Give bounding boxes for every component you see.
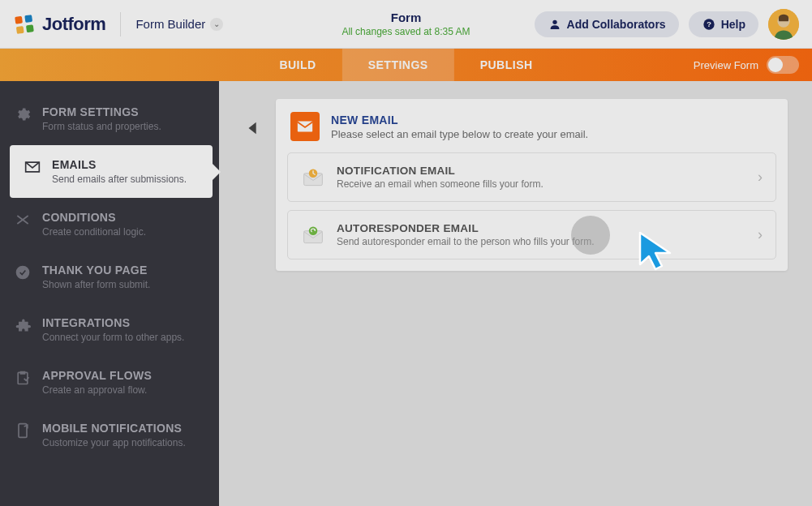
option-title: AUTORESPONDER EMAIL xyxy=(337,222,746,234)
option-desc: Receive an email when someone fills your… xyxy=(337,178,746,190)
sidebar-title: MOBILE NOTIFICATIONS xyxy=(42,422,186,435)
sidebar-item-conditions[interactable]: CONDITIONSCreate conditional logic. xyxy=(0,198,219,251)
svg-rect-2 xyxy=(16,25,24,33)
sidebar-title: FORM SETTINGS xyxy=(42,105,161,118)
form-builder-dropdown[interactable]: Form Builder ⌄ xyxy=(135,17,223,31)
tab-publish[interactable]: PUBLISH xyxy=(454,49,559,81)
option-title: NOTIFICATION EMAIL xyxy=(337,165,746,177)
svg-rect-0 xyxy=(15,15,23,24)
panel-title: NEW EMAIL xyxy=(331,114,588,126)
breadcrumb-label: Form Builder xyxy=(135,17,205,31)
back-button[interactable] xyxy=(243,115,263,141)
panel-desc: Please select an email type below to cre… xyxy=(331,128,588,140)
logo[interactable]: Jotform xyxy=(13,13,105,36)
collab-label: Add Collaborators xyxy=(567,18,666,31)
chevron-right-icon: › xyxy=(758,226,763,243)
avatar[interactable] xyxy=(768,9,799,40)
mail-icon xyxy=(290,112,320,141)
sidebar-title: INTEGRATIONS xyxy=(42,316,184,329)
sidebar-item-thank-you[interactable]: THANK YOU PAGEShown after form submit. xyxy=(0,251,219,303)
sidebar-desc: Send emails after submissions. xyxy=(52,174,187,185)
sidebar-item-integrations[interactable]: INTEGRATIONSConnect your form to other a… xyxy=(0,303,219,356)
svg-point-9 xyxy=(16,266,30,280)
chevron-down-icon: ⌄ xyxy=(210,18,223,31)
puzzle-icon xyxy=(15,317,31,333)
save-status: All changes saved at 8:35 AM xyxy=(342,26,470,37)
main-tabs: BUILD SETTINGS PUBLISH Preview Form xyxy=(0,49,812,81)
notification-icon xyxy=(301,165,325,190)
sidebar-title: THANK YOU PAGE xyxy=(42,264,150,277)
option-desc: Send autoresponder email to the person w… xyxy=(337,236,746,247)
new-email-panel: NEW EMAIL Please select an email type be… xyxy=(276,99,788,271)
sidebar-title: APPROVAL FLOWS xyxy=(42,369,152,382)
sidebar-item-form-settings[interactable]: FORM SETTINGSForm status and properties. xyxy=(0,92,219,145)
sidebar-desc: Create conditional logic. xyxy=(42,226,146,238)
chevron-right-icon: › xyxy=(758,169,763,186)
form-title-block: Form All changes saved at 8:35 AM xyxy=(342,11,470,37)
add-collaborators-button[interactable]: Add Collaborators xyxy=(535,11,679,37)
help-button[interactable]: ? Help xyxy=(689,11,758,37)
autoresponder-icon xyxy=(301,223,325,247)
tab-build[interactable]: BUILD xyxy=(253,49,342,81)
topbar: Jotform Form Builder ⌄ Form All changes … xyxy=(0,0,812,49)
svg-rect-3 xyxy=(26,24,34,32)
sidebar-desc: Shown after form submit. xyxy=(42,279,150,290)
svg-rect-1 xyxy=(24,15,32,23)
notification-email-option[interactable]: NOTIFICATION EMAIL Receive an email when… xyxy=(287,152,776,202)
svg-point-16 xyxy=(309,226,318,235)
settings-sidebar: FORM SETTINGSForm status and properties.… xyxy=(0,81,219,506)
svg-point-4 xyxy=(552,19,556,24)
mail-icon xyxy=(24,159,41,175)
sidebar-item-approval-flows[interactable]: APPROVAL FLOWSCreate an approval flow. xyxy=(0,356,219,409)
divider xyxy=(120,12,121,36)
clipboard-check-icon xyxy=(15,370,31,386)
autoresponder-email-option[interactable]: AUTORESPONDER EMAIL Send autoresponder e… xyxy=(287,210,776,259)
sidebar-desc: Form status and properties. xyxy=(42,121,161,132)
settings-content: NEW EMAIL Please select an email type be… xyxy=(219,81,812,506)
help-label: Help xyxy=(721,18,745,31)
branches-icon xyxy=(15,212,31,228)
form-title[interactable]: Form xyxy=(342,11,470,24)
preview-toggle[interactable] xyxy=(767,56,799,74)
help-icon: ? xyxy=(702,17,716,32)
sidebar-title: EMAILS xyxy=(52,158,187,171)
check-circle-icon xyxy=(15,264,31,281)
preview-label: Preview Form xyxy=(694,59,758,71)
sidebar-desc: Connect your form to other apps. xyxy=(42,332,184,343)
gear-icon xyxy=(15,106,31,122)
sidebar-desc: Create an approval flow. xyxy=(42,384,152,396)
sidebar-item-emails[interactable]: EMAILSSend emails after submissions. xyxy=(10,145,213,198)
sidebar-desc: Customize your app notifications. xyxy=(42,437,186,448)
sidebar-item-mobile-notifications[interactable]: MOBILE NOTIFICATIONSCustomize your app n… xyxy=(0,409,219,461)
brand-text: Jotform xyxy=(42,14,105,35)
svg-text:?: ? xyxy=(707,20,711,28)
tab-settings[interactable]: SETTINGS xyxy=(342,49,454,81)
mobile-icon xyxy=(15,422,31,439)
sidebar-title: CONDITIONS xyxy=(42,211,146,224)
logo-icon xyxy=(13,13,36,36)
user-icon xyxy=(548,17,562,32)
